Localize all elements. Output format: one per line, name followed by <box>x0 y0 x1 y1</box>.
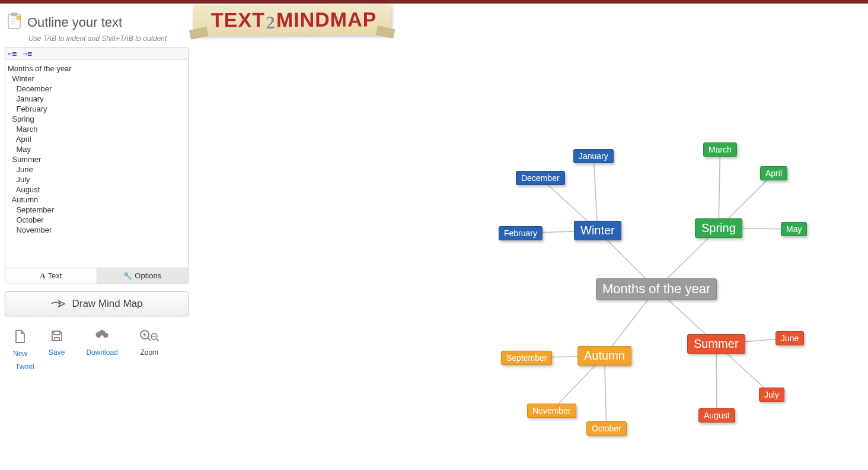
outline-title: Outline your text <box>27 15 122 30</box>
svg-line-10 <box>157 339 159 341</box>
tab-options[interactable]: 🔧Options <box>97 268 189 284</box>
node-autumn[interactable]: Autumn <box>577 346 631 366</box>
resize-handle-icon[interactable] <box>179 259 186 266</box>
svg-line-17 <box>719 150 720 228</box>
outdent-button[interactable]: ⇐≡ <box>8 49 17 58</box>
node-root[interactable]: Months of the year <box>596 278 717 300</box>
wrench-icon: 🔧 <box>123 272 132 280</box>
clipboard-icon <box>6 12 23 33</box>
svg-rect-1 <box>11 13 17 16</box>
arrow-right-icon <box>50 299 66 309</box>
outline-editor[interactable]: Months of the year Winter December Janua… <box>5 60 188 268</box>
tab-text-label: Text <box>48 271 62 280</box>
node-spring[interactable]: Spring <box>695 218 742 238</box>
tweet-link[interactable]: Tweet <box>15 363 189 371</box>
zoom-icon <box>139 329 159 346</box>
node-jan[interactable]: January <box>573 149 614 163</box>
node-sep[interactable]: September <box>501 351 552 365</box>
new-button[interactable]: New <box>13 329 27 358</box>
save-button[interactable]: Save <box>49 329 65 358</box>
node-winter[interactable]: Winter <box>574 221 621 240</box>
node-jun[interactable]: June <box>776 331 804 345</box>
svg-line-6 <box>148 338 151 341</box>
file-icon <box>14 329 27 347</box>
new-label: New <box>13 350 27 358</box>
node-mar[interactable]: March <box>703 142 737 157</box>
zoom-control[interactable]: Zoom <box>139 329 159 358</box>
cloud-download-icon <box>94 329 110 346</box>
left-panel: Outline your text Use TAB to indent and … <box>5 4 189 371</box>
save-label: Save <box>49 348 65 357</box>
draw-mindmap-button[interactable]: Draw Mind Map <box>5 291 189 316</box>
node-apr[interactable]: April <box>760 166 787 180</box>
editor-toolbar: ⇐≡ ⇒≡ <box>5 48 188 60</box>
indent-button[interactable]: ⇒≡ <box>23 49 33 58</box>
draw-button-label: Draw Mind Map <box>72 298 142 310</box>
download-button[interactable]: Download <box>86 329 117 358</box>
node-dec[interactable]: December <box>516 171 565 185</box>
zoom-label: Zoom <box>140 348 158 357</box>
text-tab-icon: A <box>40 271 45 280</box>
node-feb[interactable]: February <box>499 226 542 240</box>
floppy-icon <box>50 329 63 346</box>
tab-text[interactable]: AText <box>5 268 97 284</box>
node-may[interactable]: May <box>781 222 807 236</box>
outline-hint: Use TAB to indent and Shift+TAB to outde… <box>28 34 189 43</box>
svg-line-14 <box>593 156 598 231</box>
node-summer[interactable]: Summer <box>687 334 745 354</box>
download-label: Download <box>86 348 117 357</box>
mindmap-canvas[interactable]: Months of the yearWinterDecemberJanuaryF… <box>202 7 868 371</box>
editor-box: ⇐≡ ⇒≡ Months of the year Winter December… <box>5 47 189 284</box>
tab-options-label: Options <box>135 271 161 280</box>
